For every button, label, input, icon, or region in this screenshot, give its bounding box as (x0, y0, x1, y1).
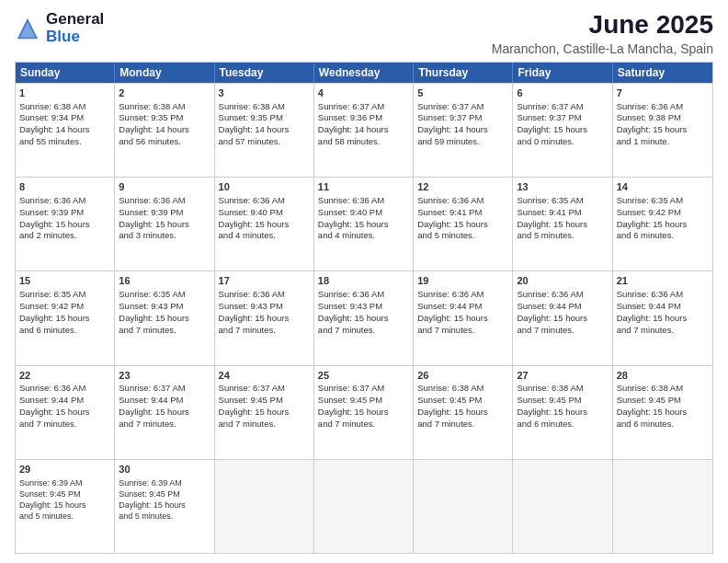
day-24: 24 Sunrise: 6:37 AM Sunset: 9:45 PM Dayl… (215, 366, 314, 459)
page: General Blue June 2025 Maranchon, Castil… (0, 0, 728, 563)
day-28: 28 Sunrise: 6:38 AM Sunset: 9:45 PM Dayl… (613, 366, 712, 459)
calendar-header: Sunday Monday Tuesday Wednesday Thursday… (16, 63, 712, 83)
day-12: 12 Sunrise: 6:36 AM Sunset: 9:41 PM Dayl… (414, 178, 513, 270)
week-3: 15 Sunrise: 6:35 AM Sunset: 9:42 PM Dayl… (16, 270, 712, 364)
day-9: 9 Sunrise: 6:36 AM Sunset: 9:39 PM Dayli… (115, 178, 214, 270)
header-saturday: Saturday (613, 63, 712, 83)
day-5: 5 Sunrise: 6:37 AM Sunset: 9:37 PM Dayli… (414, 84, 513, 177)
day-22: 22 Sunrise: 6:36 AM Sunset: 9:44 PM Dayl… (16, 366, 115, 459)
calendar-body: 1 Sunrise: 6:38 AM Sunset: 9:34 PM Dayli… (16, 83, 712, 553)
header-monday: Monday (115, 63, 214, 83)
day-15: 15 Sunrise: 6:35 AM Sunset: 9:42 PM Dayl… (16, 271, 115, 364)
header-sunday: Sunday (16, 63, 115, 83)
day-empty-1 (215, 460, 314, 553)
day-18: 18 Sunrise: 6:36 AM Sunset: 9:43 PM Dayl… (314, 271, 414, 364)
day-7: 7 Sunrise: 6:36 AM Sunset: 9:38 PM Dayli… (613, 84, 712, 177)
day-4: 4 Sunrise: 6:37 AM Sunset: 9:36 PM Dayli… (314, 84, 414, 177)
day-10: 10 Sunrise: 6:36 AM Sunset: 9:40 PM Dayl… (215, 178, 314, 270)
day-26: 26 Sunrise: 6:38 AM Sunset: 9:45 PM Dayl… (414, 366, 513, 459)
title-block: June 2025 Maranchon, Castille-La Mancha,… (492, 11, 713, 56)
day-17: 17 Sunrise: 6:36 AM Sunset: 9:43 PM Dayl… (215, 271, 314, 364)
day-empty-4 (513, 460, 612, 553)
header-wednesday: Wednesday (314, 63, 414, 83)
logo-icon (15, 16, 40, 41)
week-5: 29 Sunrise: 6:39 AM Sunset: 9:45 PM Dayl… (16, 459, 712, 553)
day-23: 23 Sunrise: 6:37 AM Sunset: 9:44 PM Dayl… (115, 366, 214, 459)
day-16: 16 Sunrise: 6:35 AM Sunset: 9:43 PM Dayl… (115, 271, 214, 364)
header-friday: Friday (513, 63, 612, 83)
subtitle: Maranchon, Castille-La Mancha, Spain (492, 41, 713, 56)
day-29: 29 Sunrise: 6:39 AM Sunset: 9:45 PM Dayl… (16, 460, 115, 553)
day-19: 19 Sunrise: 6:36 AM Sunset: 9:44 PM Dayl… (414, 271, 513, 364)
day-3: 3 Sunrise: 6:38 AM Sunset: 9:35 PM Dayli… (215, 84, 314, 177)
day-13: 13 Sunrise: 6:35 AM Sunset: 9:41 PM Dayl… (513, 178, 612, 270)
day-21: 21 Sunrise: 6:36 AM Sunset: 9:44 PM Dayl… (613, 271, 712, 364)
calendar: Sunday Monday Tuesday Wednesday Thursday… (15, 62, 713, 554)
day-20: 20 Sunrise: 6:36 AM Sunset: 9:44 PM Dayl… (513, 271, 612, 364)
header-thursday: Thursday (414, 63, 513, 83)
day-empty-2 (314, 460, 414, 553)
day-6: 6 Sunrise: 6:37 AM Sunset: 9:37 PM Dayli… (513, 84, 612, 177)
day-27: 27 Sunrise: 6:38 AM Sunset: 9:45 PM Dayl… (513, 366, 612, 459)
day-14: 14 Sunrise: 6:35 AM Sunset: 9:42 PM Dayl… (613, 178, 712, 270)
week-2: 8 Sunrise: 6:36 AM Sunset: 9:39 PM Dayli… (16, 177, 712, 270)
main-title: June 2025 (492, 11, 713, 40)
day-empty-5 (613, 460, 712, 553)
day-25: 25 Sunrise: 6:37 AM Sunset: 9:45 PM Dayl… (314, 366, 414, 459)
week-1: 1 Sunrise: 6:38 AM Sunset: 9:34 PM Dayli… (16, 83, 712, 177)
day-8: 8 Sunrise: 6:36 AM Sunset: 9:39 PM Dayli… (16, 178, 115, 270)
day-30: 30 Sunrise: 6:39 AM Sunset: 9:45 PM Dayl… (115, 460, 214, 553)
day-11: 11 Sunrise: 6:36 AM Sunset: 9:40 PM Dayl… (314, 178, 414, 270)
logo-text: General Blue (46, 11, 104, 45)
week-4: 22 Sunrise: 6:36 AM Sunset: 9:44 PM Dayl… (16, 365, 712, 459)
header-tuesday: Tuesday (215, 63, 314, 83)
header: General Blue June 2025 Maranchon, Castil… (15, 11, 713, 56)
day-2: 2 Sunrise: 6:38 AM Sunset: 9:35 PM Dayli… (115, 84, 214, 177)
day-1: 1 Sunrise: 6:38 AM Sunset: 9:34 PM Dayli… (16, 84, 115, 177)
logo: General Blue (15, 11, 104, 45)
day-empty-3 (414, 460, 513, 553)
